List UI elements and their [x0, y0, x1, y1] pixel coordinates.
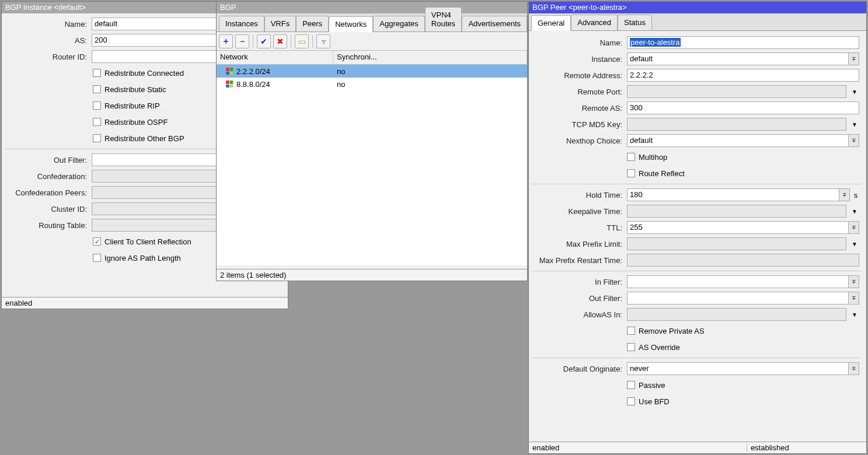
lbl-redist-connected: Redistribute Connected	[104, 69, 184, 78]
peer-status-left: enabled	[532, 443, 747, 452]
network-icon	[226, 80, 233, 88]
networks-table[interactable]: 2.2.2.0/24 no 8.8.8.0/24 no	[217, 65, 527, 265]
label-routingtable: Routing Table:	[8, 221, 89, 230]
cb-passive[interactable]	[627, 381, 635, 389]
input-allowas[interactable]	[627, 308, 846, 321]
enable-button[interactable]: ✔	[257, 34, 271, 48]
label-tcpkey: TCP MD5 Key:	[534, 120, 625, 129]
outfilter2-dropdown-icon[interactable]: ∓	[849, 292, 859, 304]
tab-vpn4[interactable]: VPN4 Routes	[425, 7, 462, 32]
input-hold[interactable]: 180	[627, 188, 839, 201]
label-keep: Keepalive Time:	[534, 207, 625, 216]
cb-redist-static[interactable]	[93, 85, 101, 93]
input-instance[interactable]: default	[627, 52, 849, 65]
table-row[interactable]: 8.8.8.0/24 no	[217, 78, 527, 90]
tcpkey-dropdown-icon[interactable]: ▼	[850, 118, 859, 131]
input-tcpkey[interactable]	[627, 118, 846, 131]
label-clusterid: Cluster ID:	[8, 205, 89, 214]
label-nexthop: Nexthop Choice:	[534, 136, 625, 145]
cb-ignoreas[interactable]	[93, 254, 101, 262]
input-remport[interactable]	[627, 85, 846, 98]
cb-multihop[interactable]	[627, 153, 635, 161]
lbl-ignoreas: Ignore AS Path Length	[104, 254, 181, 262]
nexthop-dropdown-icon[interactable]: ∓	[849, 134, 859, 147]
tab-aggregates[interactable]: Aggregates	[373, 16, 425, 32]
input-remas[interactable]: 300	[627, 102, 859, 114]
hold-dropdown-icon[interactable]: ∓	[839, 188, 850, 201]
bgp-title: BGP	[217, 2, 527, 13]
remove-button[interactable]: −	[235, 34, 249, 48]
tab-networks[interactable]: Networks	[329, 16, 373, 32]
lbl-passive: Passive	[639, 381, 665, 390]
label-as: AS:	[8, 36, 89, 45]
input-ttl[interactable]: 255	[627, 221, 849, 234]
cb-redist-ospf[interactable]	[93, 118, 101, 126]
label-confedpeers: Confederation Peers:	[8, 188, 89, 197]
tab-advanced[interactable]: Advanced	[571, 15, 618, 30]
input-maxpref[interactable]	[627, 237, 846, 250]
lbl-c2c: Client To Client Reflection	[104, 237, 191, 246]
add-button[interactable]: ＋	[219, 34, 233, 48]
cb-usebfd[interactable]	[627, 397, 635, 405]
input-outfilter2[interactable]	[627, 292, 849, 304]
ttl-dropdown-icon[interactable]: ∓	[849, 221, 859, 234]
label-name: Name:	[8, 20, 89, 29]
cb-redist-rip[interactable]	[93, 102, 101, 110]
remport-dropdown-icon[interactable]: ▼	[850, 85, 859, 98]
lbl-asoverride: AS Override	[639, 343, 680, 352]
tab-vrfs[interactable]: VRFs	[264, 16, 297, 32]
filter-button[interactable]: ▿	[316, 34, 330, 48]
bgp-peer-title: BGP Peer <peer-to-alestra>	[529, 2, 866, 13]
label-remport: Remote Port:	[534, 88, 625, 96]
allowas-dropdown-icon[interactable]: ▼	[850, 308, 859, 321]
label-ttl: TTL:	[534, 223, 625, 232]
input-deforig[interactable]: never	[627, 362, 849, 375]
cb-redist-connected[interactable]	[93, 69, 101, 77]
keep-dropdown-icon[interactable]: ▼	[850, 205, 859, 218]
cb-rr[interactable]	[627, 169, 635, 177]
bgp-footer: 2 items (1 selected)	[220, 271, 286, 279]
label-outfilter2: Out Filter:	[534, 294, 625, 303]
lbl-redist-ospf: Redistribute OSPF	[104, 118, 168, 127]
tab-peers[interactable]: Peers	[296, 16, 329, 32]
label-peer-name: Name:	[534, 38, 625, 47]
cb-c2c[interactable]	[93, 237, 101, 246]
input-nexthop[interactable]: default	[627, 134, 849, 147]
input-keep[interactable]	[627, 205, 846, 218]
lbl-redist-other: Redistribute Other BGP	[104, 134, 184, 143]
disable-button[interactable]: ✖	[273, 34, 287, 48]
unit-sec: s	[852, 191, 859, 200]
comment-button[interactable]: ▭	[295, 34, 309, 48]
tab-status[interactable]: Status	[618, 15, 652, 30]
network-icon	[226, 68, 233, 75]
col-sync[interactable]: Synchroni...	[333, 51, 527, 64]
input-remaddr[interactable]: 2.2.2.2	[627, 69, 859, 82]
table-row[interactable]: 2.2.2.0/24 no	[217, 65, 527, 78]
col-network[interactable]: Network	[217, 51, 333, 64]
instance-dropdown-icon[interactable]: ∓	[849, 52, 859, 65]
input-peer-name[interactable]: peer-to-alestra	[627, 36, 859, 49]
lbl-multihop: Multihop	[639, 153, 667, 162]
label-remas: Remote AS:	[534, 104, 625, 113]
infilter-dropdown-icon[interactable]: ∓	[849, 275, 859, 288]
input-maxprefrst[interactable]	[627, 254, 859, 267]
lbl-removepriv: Remove Private AS	[639, 327, 705, 335]
label-confed: Confederation:	[8, 172, 89, 181]
tab-instances[interactable]: Instances	[219, 16, 264, 32]
input-infilter[interactable]	[627, 275, 849, 288]
lbl-redist-rip: Redistribute RIP	[104, 102, 160, 110]
label-allowas: AllowAS In:	[534, 310, 625, 319]
cb-asoverride[interactable]	[627, 343, 635, 351]
bgp-tabs: Instances VRFs Peers Networks Aggregates…	[217, 13, 527, 32]
lbl-redist-static: Redistribute Static	[104, 85, 166, 94]
maxpref-dropdown-icon[interactable]: ▼	[850, 237, 859, 250]
tab-general[interactable]: General	[531, 15, 571, 31]
cb-redist-other[interactable]	[93, 134, 101, 142]
label-outfilter: Out Filter:	[8, 156, 89, 164]
label-remaddr: Remote Address:	[534, 71, 625, 80]
tab-adv[interactable]: Advertisements	[462, 16, 527, 32]
cb-removepriv[interactable]	[627, 327, 635, 335]
deforig-dropdown-icon[interactable]: ∓	[849, 362, 859, 375]
lbl-usebfd: Use BFD	[639, 397, 670, 406]
label-hold: Hold Time:	[534, 191, 625, 200]
